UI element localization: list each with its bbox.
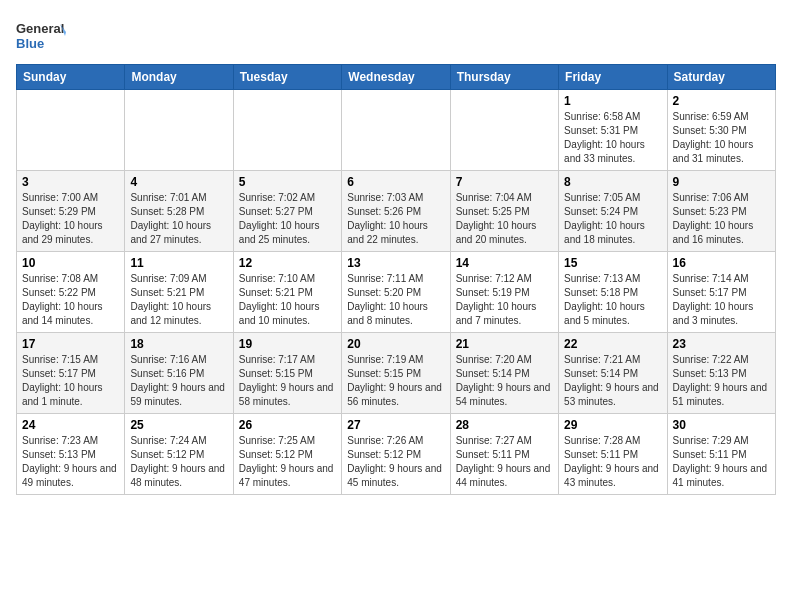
- day-info: Sunrise: 7:25 AM Sunset: 5:12 PM Dayligh…: [239, 434, 336, 490]
- day-info: Sunrise: 7:02 AM Sunset: 5:27 PM Dayligh…: [239, 191, 336, 247]
- day-number: 13: [347, 256, 444, 270]
- calendar-table: SundayMondayTuesdayWednesdayThursdayFrid…: [16, 64, 776, 495]
- day-number: 23: [673, 337, 770, 351]
- day-number: 18: [130, 337, 227, 351]
- day-number: 17: [22, 337, 119, 351]
- day-info: Sunrise: 6:58 AM Sunset: 5:31 PM Dayligh…: [564, 110, 661, 166]
- calendar-week-row: 10Sunrise: 7:08 AM Sunset: 5:22 PM Dayli…: [17, 252, 776, 333]
- day-number: 15: [564, 256, 661, 270]
- calendar-cell: 29Sunrise: 7:28 AM Sunset: 5:11 PM Dayli…: [559, 414, 667, 495]
- calendar-cell: 13Sunrise: 7:11 AM Sunset: 5:20 PM Dayli…: [342, 252, 450, 333]
- day-info: Sunrise: 7:08 AM Sunset: 5:22 PM Dayligh…: [22, 272, 119, 328]
- day-number: 16: [673, 256, 770, 270]
- day-number: 4: [130, 175, 227, 189]
- day-number: 21: [456, 337, 553, 351]
- day-info: Sunrise: 7:09 AM Sunset: 5:21 PM Dayligh…: [130, 272, 227, 328]
- calendar-cell: 26Sunrise: 7:25 AM Sunset: 5:12 PM Dayli…: [233, 414, 341, 495]
- calendar-week-row: 24Sunrise: 7:23 AM Sunset: 5:13 PM Dayli…: [17, 414, 776, 495]
- calendar-week-row: 3Sunrise: 7:00 AM Sunset: 5:29 PM Daylig…: [17, 171, 776, 252]
- calendar-cell: 9Sunrise: 7:06 AM Sunset: 5:23 PM Daylig…: [667, 171, 775, 252]
- calendar-week-row: 17Sunrise: 7:15 AM Sunset: 5:17 PM Dayli…: [17, 333, 776, 414]
- day-number: 10: [22, 256, 119, 270]
- calendar-cell: 6Sunrise: 7:03 AM Sunset: 5:26 PM Daylig…: [342, 171, 450, 252]
- calendar-cell: 14Sunrise: 7:12 AM Sunset: 5:19 PM Dayli…: [450, 252, 558, 333]
- calendar-cell: 19Sunrise: 7:17 AM Sunset: 5:15 PM Dayli…: [233, 333, 341, 414]
- logo: General Blue: [16, 16, 66, 56]
- page-header: General Blue: [16, 16, 776, 56]
- calendar-cell: 2Sunrise: 6:59 AM Sunset: 5:30 PM Daylig…: [667, 90, 775, 171]
- day-info: Sunrise: 7:23 AM Sunset: 5:13 PM Dayligh…: [22, 434, 119, 490]
- day-info: Sunrise: 7:04 AM Sunset: 5:25 PM Dayligh…: [456, 191, 553, 247]
- weekday-header-saturday: Saturday: [667, 65, 775, 90]
- calendar-cell: 12Sunrise: 7:10 AM Sunset: 5:21 PM Dayli…: [233, 252, 341, 333]
- calendar-cell: 27Sunrise: 7:26 AM Sunset: 5:12 PM Dayli…: [342, 414, 450, 495]
- logo-svg: General Blue: [16, 16, 66, 56]
- day-info: Sunrise: 7:29 AM Sunset: 5:11 PM Dayligh…: [673, 434, 770, 490]
- calendar-cell: 10Sunrise: 7:08 AM Sunset: 5:22 PM Dayli…: [17, 252, 125, 333]
- day-info: Sunrise: 7:14 AM Sunset: 5:17 PM Dayligh…: [673, 272, 770, 328]
- calendar-cell: 16Sunrise: 7:14 AM Sunset: 5:17 PM Dayli…: [667, 252, 775, 333]
- weekday-header-tuesday: Tuesday: [233, 65, 341, 90]
- calendar-cell: [450, 90, 558, 171]
- day-info: Sunrise: 7:28 AM Sunset: 5:11 PM Dayligh…: [564, 434, 661, 490]
- day-info: Sunrise: 7:27 AM Sunset: 5:11 PM Dayligh…: [456, 434, 553, 490]
- day-number: 27: [347, 418, 444, 432]
- day-info: Sunrise: 7:15 AM Sunset: 5:17 PM Dayligh…: [22, 353, 119, 409]
- day-number: 1: [564, 94, 661, 108]
- calendar-cell: 11Sunrise: 7:09 AM Sunset: 5:21 PM Dayli…: [125, 252, 233, 333]
- day-info: Sunrise: 7:22 AM Sunset: 5:13 PM Dayligh…: [673, 353, 770, 409]
- day-info: Sunrise: 7:24 AM Sunset: 5:12 PM Dayligh…: [130, 434, 227, 490]
- calendar-cell: [17, 90, 125, 171]
- calendar-cell: 23Sunrise: 7:22 AM Sunset: 5:13 PM Dayli…: [667, 333, 775, 414]
- weekday-header-thursday: Thursday: [450, 65, 558, 90]
- day-number: 12: [239, 256, 336, 270]
- day-info: Sunrise: 7:01 AM Sunset: 5:28 PM Dayligh…: [130, 191, 227, 247]
- calendar-cell: 3Sunrise: 7:00 AM Sunset: 5:29 PM Daylig…: [17, 171, 125, 252]
- day-number: 25: [130, 418, 227, 432]
- day-number: 28: [456, 418, 553, 432]
- day-info: Sunrise: 7:11 AM Sunset: 5:20 PM Dayligh…: [347, 272, 444, 328]
- day-info: Sunrise: 7:00 AM Sunset: 5:29 PM Dayligh…: [22, 191, 119, 247]
- day-info: Sunrise: 7:20 AM Sunset: 5:14 PM Dayligh…: [456, 353, 553, 409]
- weekday-header-wednesday: Wednesday: [342, 65, 450, 90]
- calendar-cell: 4Sunrise: 7:01 AM Sunset: 5:28 PM Daylig…: [125, 171, 233, 252]
- calendar-cell: 15Sunrise: 7:13 AM Sunset: 5:18 PM Dayli…: [559, 252, 667, 333]
- calendar-week-row: 1Sunrise: 6:58 AM Sunset: 5:31 PM Daylig…: [17, 90, 776, 171]
- day-number: 30: [673, 418, 770, 432]
- svg-text:General: General: [16, 21, 64, 36]
- calendar-cell: [233, 90, 341, 171]
- calendar-cell: 17Sunrise: 7:15 AM Sunset: 5:17 PM Dayli…: [17, 333, 125, 414]
- day-number: 20: [347, 337, 444, 351]
- day-number: 29: [564, 418, 661, 432]
- day-number: 19: [239, 337, 336, 351]
- calendar-cell: 1Sunrise: 6:58 AM Sunset: 5:31 PM Daylig…: [559, 90, 667, 171]
- calendar-cell: 30Sunrise: 7:29 AM Sunset: 5:11 PM Dayli…: [667, 414, 775, 495]
- day-number: 5: [239, 175, 336, 189]
- day-info: Sunrise: 7:05 AM Sunset: 5:24 PM Dayligh…: [564, 191, 661, 247]
- day-info: Sunrise: 7:17 AM Sunset: 5:15 PM Dayligh…: [239, 353, 336, 409]
- calendar-cell: 7Sunrise: 7:04 AM Sunset: 5:25 PM Daylig…: [450, 171, 558, 252]
- day-info: Sunrise: 7:10 AM Sunset: 5:21 PM Dayligh…: [239, 272, 336, 328]
- calendar-cell: [342, 90, 450, 171]
- calendar-cell: 21Sunrise: 7:20 AM Sunset: 5:14 PM Dayli…: [450, 333, 558, 414]
- calendar-cell: 28Sunrise: 7:27 AM Sunset: 5:11 PM Dayli…: [450, 414, 558, 495]
- day-number: 3: [22, 175, 119, 189]
- weekday-header-row: SundayMondayTuesdayWednesdayThursdayFrid…: [17, 65, 776, 90]
- day-number: 7: [456, 175, 553, 189]
- calendar-cell: 22Sunrise: 7:21 AM Sunset: 5:14 PM Dayli…: [559, 333, 667, 414]
- calendar-cell: 8Sunrise: 7:05 AM Sunset: 5:24 PM Daylig…: [559, 171, 667, 252]
- day-info: Sunrise: 7:19 AM Sunset: 5:15 PM Dayligh…: [347, 353, 444, 409]
- day-info: Sunrise: 7:03 AM Sunset: 5:26 PM Dayligh…: [347, 191, 444, 247]
- day-number: 6: [347, 175, 444, 189]
- calendar-cell: 5Sunrise: 7:02 AM Sunset: 5:27 PM Daylig…: [233, 171, 341, 252]
- calendar-cell: 18Sunrise: 7:16 AM Sunset: 5:16 PM Dayli…: [125, 333, 233, 414]
- day-info: Sunrise: 7:06 AM Sunset: 5:23 PM Dayligh…: [673, 191, 770, 247]
- day-number: 8: [564, 175, 661, 189]
- calendar-cell: [125, 90, 233, 171]
- day-info: Sunrise: 7:12 AM Sunset: 5:19 PM Dayligh…: [456, 272, 553, 328]
- day-info: Sunrise: 7:26 AM Sunset: 5:12 PM Dayligh…: [347, 434, 444, 490]
- day-info: Sunrise: 6:59 AM Sunset: 5:30 PM Dayligh…: [673, 110, 770, 166]
- day-info: Sunrise: 7:13 AM Sunset: 5:18 PM Dayligh…: [564, 272, 661, 328]
- svg-text:Blue: Blue: [16, 36, 44, 51]
- weekday-header-sunday: Sunday: [17, 65, 125, 90]
